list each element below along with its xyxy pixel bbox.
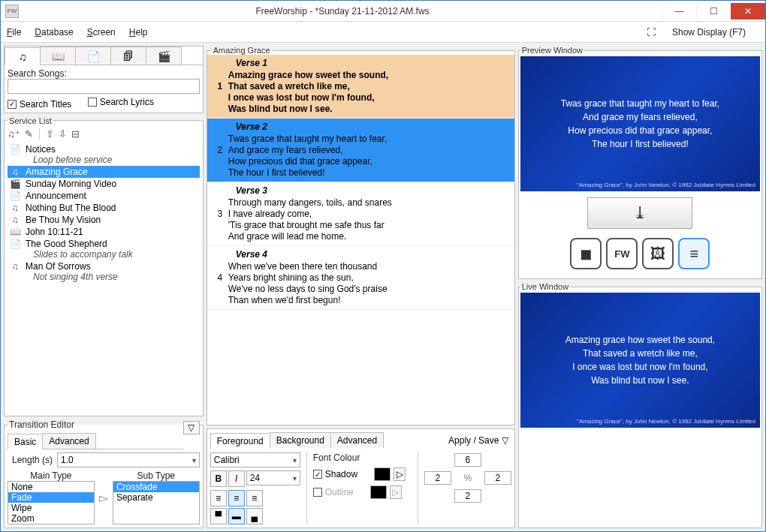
tab-format-advanced[interactable]: Advanced <box>330 432 384 448</box>
minimize-button[interactable]: — <box>662 3 696 20</box>
item-type-icon: ♫ <box>9 203 21 213</box>
move-down-icon[interactable]: ⇩ <box>59 128 67 140</box>
tab-trans-basic[interactable]: Basic <box>8 434 43 449</box>
transition-title: Transition Editor <box>9 419 74 430</box>
search-input[interactable] <box>8 79 200 94</box>
menu-screen[interactable]: Screen <box>87 27 116 38</box>
verse-number: 4 <box>212 249 228 306</box>
menu-database[interactable]: Database <box>35 27 73 38</box>
tab-background[interactable]: Background <box>270 432 331 448</box>
align-right-button[interactable]: ≡ <box>246 490 263 506</box>
bold-button[interactable]: B <box>210 470 227 487</box>
service-item[interactable]: 📖John 10:11-21 <box>8 226 200 238</box>
move-up-icon[interactable]: ⇧ <box>46 128 54 140</box>
outline-checkbox[interactable]: Outline <box>313 487 354 497</box>
margin-bottom-input[interactable] <box>454 489 481 503</box>
main-type-option[interactable]: Zoom <box>8 513 94 524</box>
sub-type-listbox[interactable]: CrossfadeSeparate <box>113 481 200 524</box>
tab-presentation[interactable]: 📄 <box>75 47 111 65</box>
shadow-checkbox[interactable]: ✓Shadow <box>313 469 357 479</box>
service-item[interactable]: 📄NoticesLoop before service <box>8 143 200 166</box>
length-select[interactable]: 1.0▾ <box>57 452 200 467</box>
item-type-icon: 📄 <box>9 239 21 249</box>
outline-color[interactable] <box>370 485 387 499</box>
remove-icon[interactable]: ⊟ <box>71 128 80 140</box>
preview-panel: Preview Window Twas grace that taught my… <box>518 46 762 279</box>
verse-lines: Twas grace that taught my heart to fear,… <box>228 134 510 179</box>
service-item[interactable]: ♫Nothing But The Blood <box>8 202 200 214</box>
tab-songs[interactable]: ♫ <box>5 47 41 65</box>
italic-button[interactable]: I <box>228 470 245 487</box>
verse-slide[interactable]: 4Verse 4When we've been there ten thousa… <box>207 246 514 310</box>
valign-top-button[interactable]: ▀ <box>210 508 227 524</box>
item-type-icon: ♫ <box>9 215 21 225</box>
transition-editor-panel: Transition Editor ▽ Basic Advanced Lengt… <box>4 419 204 528</box>
main-type-listbox[interactable]: NoneFadeWipeZoom <box>8 481 95 524</box>
song-title: Amazing Grace <box>212 46 272 55</box>
service-item[interactable]: ♫Be Thou My Vision <box>8 214 200 226</box>
shadow-more-button[interactable]: ▷ <box>394 467 406 481</box>
verse-lines: Amazing grace how sweet the sound,That s… <box>228 70 510 115</box>
margin-left-input[interactable] <box>424 471 451 485</box>
tab-media[interactable]: 🗐 <box>110 47 146 65</box>
edit-icon[interactable]: ✎ <box>25 128 33 140</box>
menu-help[interactable]: Help <box>129 27 148 38</box>
go-live-button[interactable]: ⤓ <box>587 197 692 229</box>
search-label: Search Songs: <box>8 68 200 79</box>
tab-trans-advanced[interactable]: Advanced <box>42 433 95 449</box>
verse-label: Verse 4 <box>228 249 510 260</box>
font-family-select[interactable]: Calibri▾ <box>210 452 300 467</box>
margin-right-input[interactable] <box>484 471 511 485</box>
preview-attribution: "Amazing Grace", by John Newton, © 1982 … <box>577 182 755 188</box>
valign-middle-button[interactable]: ▬ <box>228 508 245 524</box>
maximize-button[interactable]: ☐ <box>696 3 731 20</box>
main-type-option[interactable]: Wipe <box>8 503 94 513</box>
title-bar: FW FreeWorship - *Sunday 21-11-2012 AM.f… <box>1 1 765 22</box>
add-song-icon[interactable]: ♫⁺ <box>8 128 20 140</box>
tab-foreground[interactable]: Foreground <box>210 433 270 449</box>
verse-slide[interactable]: 3Verse 3Through many dangers, toils, and… <box>207 182 514 246</box>
margin-top-input[interactable] <box>454 453 481 467</box>
verse-slide[interactable]: 2Verse 2Twas grace that taught my heart … <box>207 119 514 182</box>
search-lyrics-checkbox[interactable]: Search Lyrics <box>88 97 154 107</box>
verse-slide[interactable]: 1Verse 1Amazing grace how sweet the soun… <box>207 55 514 119</box>
main-type-option[interactable]: Fade <box>8 492 94 503</box>
service-list[interactable]: 📄NoticesLoop before service♫Amazing Grac… <box>8 143 200 283</box>
item-type-icon: 🎬 <box>9 179 21 189</box>
service-item[interactable]: 📄Announcement <box>8 190 200 202</box>
tab-video[interactable]: 🎬 <box>146 47 182 65</box>
service-item[interactable]: ♫Man Of SorrowsNot singing 4th verse <box>8 260 200 283</box>
align-left-button[interactable]: ≡ <box>210 490 227 506</box>
align-center-button[interactable]: ≡ <box>228 490 245 506</box>
menu-file[interactable]: File <box>7 27 21 38</box>
service-item[interactable]: 🎬Sunday Morning Video <box>8 178 200 190</box>
font-colour-label: Font Colour <box>313 452 412 463</box>
outline-more-button[interactable]: ▷ <box>390 485 402 499</box>
background-button[interactable]: 🖼 <box>642 238 674 269</box>
show-display-button[interactable]: ⛶ Show Display (F7) <box>647 27 759 38</box>
valign-bottom-button[interactable]: ▄ <box>246 508 263 524</box>
search-panel: ♫ 📖 📄 🗐 🎬 Search Songs: ✓Search Titles S… <box>4 46 204 113</box>
blank-button[interactable]: ◼ <box>570 238 602 269</box>
main-type-option[interactable]: None <box>8 482 94 492</box>
sub-type-option[interactable]: Separate <box>113 492 199 503</box>
logo-button[interactable]: FW <box>606 238 638 269</box>
item-type-icon: 📄 <box>9 191 21 201</box>
live-screen: Amazing grace how sweet the sound,That s… <box>520 293 760 428</box>
menu-bar: File Database Screen Help ⛶ Show Display… <box>1 22 765 43</box>
service-item[interactable]: 📄The Good ShepherdSlides to accompany ta… <box>8 238 200 260</box>
sub-type-option[interactable]: Crossfade <box>113 482 199 492</box>
shadow-color[interactable] <box>374 467 391 481</box>
verse-label: Verse 1 <box>228 58 510 68</box>
service-item[interactable]: ♫Amazing Grace <box>8 166 200 178</box>
close-button[interactable]: ✕ <box>731 3 765 20</box>
transition-collapse-button[interactable]: ▽ <box>183 421 200 434</box>
item-type-icon: ♫ <box>9 261 21 272</box>
apply-save-button[interactable]: Apply / Save ▽ <box>445 434 511 447</box>
verse-number: 1 <box>212 58 228 115</box>
tab-bible[interactable]: 📖 <box>40 47 76 65</box>
font-size-select[interactable]: 24▾ <box>246 470 300 485</box>
service-list-title: Service List <box>8 116 53 125</box>
search-titles-checkbox[interactable]: ✓Search Titles <box>8 99 71 110</box>
text-button[interactable]: ≡ <box>678 238 710 269</box>
